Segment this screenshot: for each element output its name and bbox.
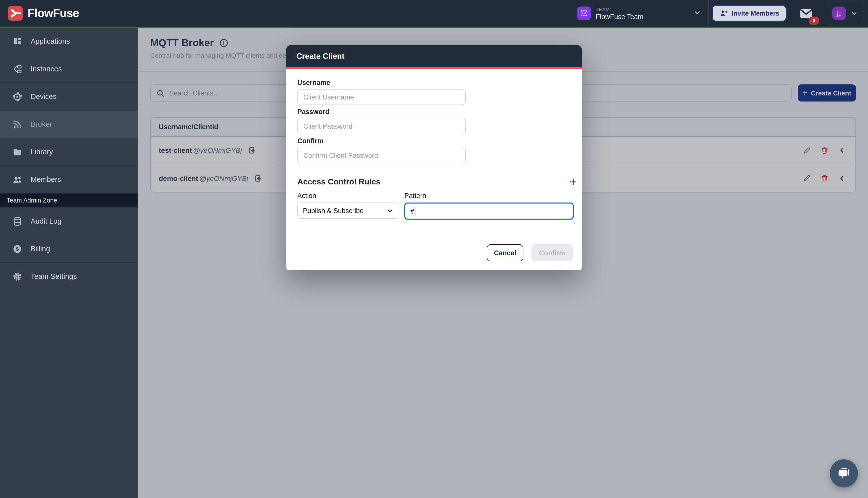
account-section: jp	[822, 0, 868, 27]
user-avatar: jp	[832, 6, 846, 20]
sidebar-item-label: Applications	[31, 37, 70, 45]
library-folder-icon	[12, 146, 23, 157]
confirm-password-label: Confirm	[297, 137, 571, 145]
sidebar-item-audit-log[interactable]: Audit Log	[0, 208, 138, 235]
pattern-label: Pattern	[404, 192, 574, 199]
team-selector[interactable]: TEAM: FlowFuse Team	[570, 0, 708, 27]
navbar-right: TEAM: FlowFuse Team Invite Members 9	[570, 0, 868, 27]
top-navbar: FlowFuse TEAM: FlowFuse Team Invite Memb…	[0, 0, 868, 27]
sidebar-item-team-settings[interactable]: Team Settings	[0, 263, 138, 290]
password-label: Password	[297, 108, 571, 116]
sidebar-item-broker[interactable]: Broker	[0, 110, 138, 138]
team-text: TEAM: FlowFuse Team	[596, 6, 693, 21]
members-users-icon	[12, 174, 23, 185]
action-select[interactable]: Publish & Subscribe	[297, 202, 399, 219]
text-cursor	[415, 207, 415, 215]
svg-text:$: $	[16, 246, 19, 251]
invite-section: Invite Members	[708, 0, 790, 27]
sidebar-item-devices[interactable]: Devices	[0, 83, 138, 110]
flowfuse-logo-icon	[8, 6, 23, 21]
user-chevron-down-icon	[851, 10, 858, 17]
chat-widget-button[interactable]	[830, 459, 858, 487]
modal-footer: Cancel Confirm	[487, 244, 573, 261]
sidebar-item-billing[interactable]: $ Billing	[0, 235, 138, 263]
sidebar-item-library[interactable]: Library	[0, 138, 138, 166]
sidebar-item-label: Library	[31, 148, 53, 156]
sidebar-item-label: Broker	[31, 120, 52, 128]
add-rule-plus-icon[interactable]: +	[570, 177, 577, 187]
invite-members-label: Invite Members	[732, 10, 779, 17]
sidebar-item-applications[interactable]: Applications	[0, 28, 138, 55]
modal-body: Username Password Confirm Access Control…	[286, 69, 582, 270]
action-select-value: Publish & Subscribe	[303, 207, 386, 214]
sidebar-item-label: Billing	[31, 245, 50, 253]
audit-log-database-icon	[12, 216, 23, 226]
invite-members-button[interactable]: Invite Members	[711, 5, 787, 22]
sidebar-item-members[interactable]: Members	[0, 166, 138, 194]
create-client-modal: Create Client Username Password Confirm …	[286, 45, 582, 270]
password-input[interactable]	[297, 119, 466, 134]
team-avatar	[577, 6, 591, 20]
brand-home-link[interactable]: FlowFuse	[0, 6, 570, 21]
user-menu-button[interactable]: jp	[827, 1, 864, 25]
modal-title: Create Client	[296, 52, 344, 61]
username-label: Username	[297, 79, 571, 87]
team-admin-zone-header: Team Admin Zone	[0, 194, 138, 208]
team-settings-gear-icon	[12, 271, 23, 281]
cancel-button[interactable]: Cancel	[487, 244, 523, 261]
select-chevron-down-icon	[386, 207, 394, 214]
messages-section: 9	[790, 0, 822, 27]
team-label: TEAM:	[596, 6, 693, 12]
notifications-mail-button[interactable]: 9	[800, 8, 813, 19]
sidebar-item-label: Team Settings	[31, 272, 77, 280]
instances-icon	[12, 64, 23, 74]
sidebar-item-instances[interactable]: Instances	[0, 55, 138, 83]
confirm-password-input[interactable]	[297, 148, 466, 163]
billing-dollar-icon: $	[12, 244, 23, 254]
sidebar-item-label: Audit Log	[31, 217, 62, 225]
devices-chip-icon	[12, 91, 23, 102]
team-chevron-down-icon	[693, 8, 701, 18]
action-label: Action	[297, 192, 399, 199]
access-control-rules-header: Access Control Rules +	[297, 177, 577, 187]
pattern-input[interactable]: #	[404, 202, 574, 220]
person-plus-icon	[719, 9, 727, 17]
applications-icon	[12, 36, 23, 47]
sidebar-item-label: Members	[31, 175, 61, 183]
flowfuse-app: FlowFuse TEAM: FlowFuse Team Invite Memb…	[0, 0, 868, 498]
acr-rule-row: Action Publish & Subscribe Pattern #	[297, 192, 574, 220]
modal-header: Create Client	[286, 45, 582, 67]
brand-name: FlowFuse	[28, 6, 79, 20]
confirm-button[interactable]: Confirm	[532, 244, 573, 261]
pattern-value: #	[410, 207, 414, 215]
chat-bubbles-icon	[836, 466, 852, 481]
access-control-rules-title: Access Control Rules	[297, 178, 380, 186]
username-input[interactable]	[297, 90, 466, 105]
sidebar-item-label: Instances	[31, 65, 62, 73]
unread-count-badge: 9	[809, 16, 819, 24]
team-name: FlowFuse Team	[596, 13, 693, 21]
broker-rss-icon	[12, 119, 23, 129]
sidebar-item-label: Devices	[31, 92, 56, 101]
sidebar: Applications Instances Devices Broker Li…	[0, 28, 138, 498]
